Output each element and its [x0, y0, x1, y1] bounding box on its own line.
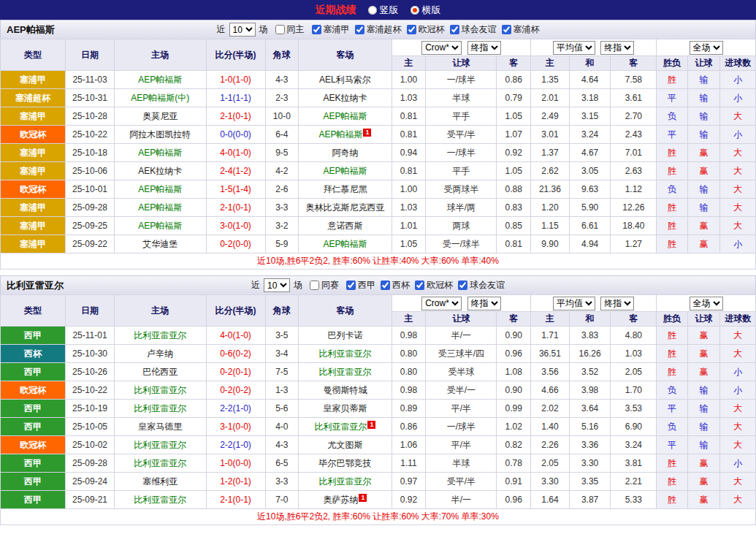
score-cell: 2-4(1-2): [206, 162, 265, 180]
team-name-link[interactable]: 意诺西斯: [327, 221, 362, 231]
avg-draw-cell: 16.26: [569, 345, 611, 363]
scope-select[interactable]: 全场: [690, 297, 723, 310]
league-checkbox[interactable]: [458, 281, 467, 290]
odds-home-cell: 0.81: [392, 126, 426, 144]
avg-home-cell: 2.01: [531, 89, 570, 107]
team-name-link[interactable]: 阿奇纳: [332, 148, 358, 158]
team-name-link[interactable]: 比利亚雷亚尔: [134, 330, 186, 340]
team-name-link[interactable]: AEP帕福斯: [323, 239, 367, 249]
team-name-link[interactable]: AEL利马索尔: [319, 75, 371, 85]
odds-away-cell: 0.99: [497, 400, 531, 418]
league-filter[interactable]: 球会友谊: [458, 279, 505, 291]
league-filter[interactable]: 欧冠杯: [407, 23, 445, 36]
avg-stage-select[interactable]: 终指: [600, 41, 634, 55]
league-checkbox[interactable]: [415, 281, 424, 290]
team-name-link[interactable]: 巴伦西亚: [142, 367, 177, 377]
result-cell: 胜: [657, 491, 688, 509]
avg-stage-select[interactable]: 终指: [600, 297, 634, 310]
odds-away-cell: 1.05: [497, 107, 531, 126]
league-checkbox[interactable]: [381, 281, 390, 290]
avg-source-select[interactable]: 平均值: [553, 41, 595, 55]
radio-horizontal-icon[interactable]: [411, 6, 419, 15]
team-name-link[interactable]: AEP帕福斯: [138, 202, 182, 213]
team-name-link[interactable]: 奥萨苏纳: [323, 495, 358, 505]
team-name-link[interactable]: AEP帕福斯: [323, 166, 367, 176]
team-name-link[interactable]: AEP帕福斯: [323, 111, 367, 121]
league-filter[interactable]: 球会友谊: [450, 23, 497, 36]
team-name-link[interactable]: 奥莫尼亚: [142, 111, 177, 121]
avg-source-select[interactable]: 平均值: [553, 297, 595, 310]
team-name-link[interactable]: AEP帕福斯: [138, 221, 182, 231]
league-filters: 塞浦甲塞浦超杯欧冠杯球会友谊塞浦杯: [307, 23, 540, 37]
score-cell: 3-0(1-0): [206, 217, 265, 235]
team-name-link[interactable]: 比利亚雷亚尔: [134, 495, 186, 505]
team-name-link[interactable]: AEP帕福斯(中): [131, 93, 189, 103]
team-name-link[interactable]: 塞维利亚: [142, 476, 177, 487]
match-row: 欧冠杯25-10-01AEP帕福斯1-5(1-4)2-6拜仁慕尼黑1.00受两球…: [1, 180, 756, 199]
team-name-link[interactable]: AEK拉纳卡: [323, 93, 367, 103]
team-name-link[interactable]: AEK拉纳卡: [138, 166, 182, 176]
team-name-link[interactable]: 比利亚雷亚尔: [314, 422, 367, 432]
team-name-link[interactable]: 比利亚雷亚尔: [134, 458, 186, 468]
league-filter[interactable]: 西甲: [346, 279, 375, 291]
same-checkbox[interactable]: [275, 25, 285, 34]
corner-cell: 4-3: [265, 436, 299, 454]
team-name-link[interactable]: 巴列卡诺: [327, 330, 362, 340]
team-name-link[interactable]: AEP帕福斯: [138, 184, 182, 194]
team-name-link[interactable]: 皇家马德里: [138, 422, 182, 432]
league-checkbox[interactable]: [346, 281, 356, 290]
same-filter[interactable]: 同主: [275, 23, 305, 36]
team-name-link[interactable]: 皇家贝蒂斯: [323, 403, 367, 413]
same-checkbox[interactable]: [310, 281, 319, 290]
team-name-link[interactable]: 比利亚雷亚尔: [134, 440, 186, 450]
team-name-link[interactable]: 比利亚雷亚尔: [134, 385, 186, 395]
league-checkbox[interactable]: [312, 25, 321, 34]
team-name-link[interactable]: 艾华迪堡: [142, 239, 177, 249]
odds-source-select[interactable]: Crow*: [421, 297, 462, 310]
odds-stage-select[interactable]: 终指: [467, 297, 501, 310]
radio-vertical-icon[interactable]: [368, 6, 377, 15]
league-filter[interactable]: 欧冠杯: [415, 279, 453, 291]
team-name-link[interactable]: 拜仁慕尼黑: [323, 184, 367, 194]
league-filter[interactable]: 塞浦甲: [312, 23, 350, 36]
team-name-link[interactable]: 比利亚雷亚尔: [318, 367, 371, 377]
league-checkbox[interactable]: [450, 25, 459, 34]
team-name-link[interactable]: 比利亚雷亚尔: [318, 348, 371, 359]
goals-cell: 小: [720, 381, 756, 400]
team-name-link[interactable]: 卢辛纳: [147, 348, 173, 359]
odds-stage-select[interactable]: 终指: [467, 41, 501, 55]
recent-count-select[interactable]: 10: [229, 23, 256, 37]
league-checkbox[interactable]: [407, 25, 416, 34]
team-name-link[interactable]: 阿拉木图凯拉特: [129, 129, 191, 140]
recent-count-select[interactable]: 10: [264, 278, 290, 292]
scope-select[interactable]: 全场: [690, 41, 723, 55]
avg-draw-cell: 6.61: [569, 217, 611, 235]
league-checkbox[interactable]: [502, 25, 511, 34]
team-name-link[interactable]: AEP帕福斯: [138, 75, 182, 85]
radio-horizontal[interactable]: 横版: [411, 4, 441, 17]
team-name-link[interactable]: 奥林比克斯尼克西亚: [305, 202, 384, 213]
radio-vertical[interactable]: 竖版: [368, 4, 399, 17]
same-filter[interactable]: 同赛: [310, 279, 339, 291]
handicap-result-cell: 赢: [687, 363, 720, 381]
league-filter-label: 欧冠杯: [427, 279, 453, 291]
team-name-link[interactable]: AEP帕福斯: [138, 148, 182, 158]
team-name-link[interactable]: AEP帕福斯: [318, 129, 362, 140]
goals-cell: 大: [720, 107, 756, 126]
avg-home-cell: 2.05: [531, 454, 570, 473]
avg-home-cell: 1.64: [531, 491, 570, 509]
team-name-link[interactable]: 比利亚雷亚尔: [318, 476, 371, 487]
team-name-link[interactable]: 毕尔巴鄂竞技: [318, 458, 371, 468]
league-filter[interactable]: 塞浦杯: [502, 23, 540, 36]
team-name-link[interactable]: 曼彻斯特城: [323, 385, 367, 395]
team-name-link[interactable]: 尤文图斯: [327, 440, 362, 450]
odds-source-select[interactable]: Crow*: [421, 41, 462, 55]
league-filter[interactable]: 西杯: [381, 279, 410, 291]
league-filter[interactable]: 塞浦超杯: [355, 23, 402, 36]
goals-cell: 大: [720, 400, 756, 418]
result-cell: 胜: [657, 363, 688, 381]
league-checkbox[interactable]: [355, 25, 364, 34]
team-cell: 比利亚雷亚尔: [114, 381, 206, 400]
page-title: 近期战绩: [316, 4, 356, 17]
team-name-link[interactable]: 比利亚雷亚尔: [134, 403, 186, 413]
